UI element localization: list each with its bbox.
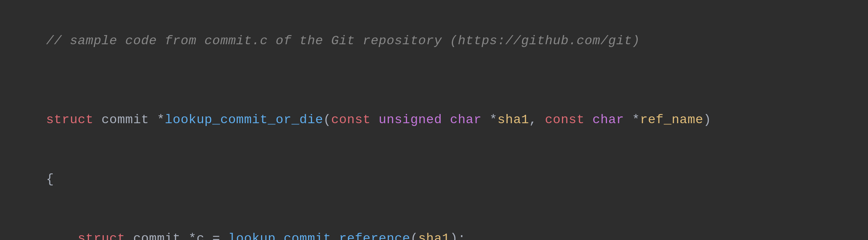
keyword-struct: struct [46,112,93,127]
func-name: lookup_commit_or_die [165,112,323,127]
param-sha1-2: sha1 [418,231,450,240]
type-char2: char [593,112,624,127]
keyword-const2: const [545,112,585,127]
blank-line-1 [14,71,854,90]
code-block: // sample code from commit.c of the Git … [0,0,868,240]
type-unsigned: unsigned [379,112,442,127]
function-signature: struct commit *lookup_commit_or_die(cons… [14,90,854,150]
keyword-struct2: struct [78,231,125,240]
param-ref-name: ref_name [640,112,704,127]
func-lookup-ref: lookup_commit_reference [228,231,410,240]
open-brace-outer: { [14,150,854,209]
type-char1: char [450,112,481,127]
param-sha1-1: sha1 [497,112,529,127]
keyword-const1: const [331,112,371,127]
line-struct-c: struct commit *c = lookup_commit_referen… [14,209,854,240]
comment-text: // sample code from commit.c of the Git … [46,33,640,48]
comment-line: // sample code from commit.c of the Git … [14,11,854,71]
